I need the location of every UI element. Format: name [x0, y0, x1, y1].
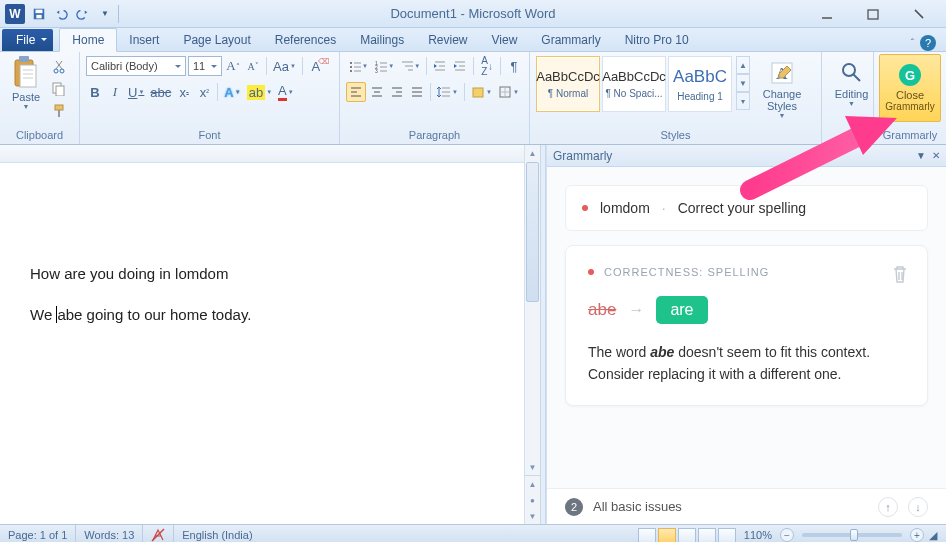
tab-references[interactable]: References [263, 29, 348, 51]
pane-close-icon[interactable]: ✕ [932, 150, 940, 161]
tab-grammarly[interactable]: Grammarly [529, 29, 612, 51]
style-heading-1[interactable]: AaBbC Heading 1 [668, 56, 732, 112]
line-spacing-icon[interactable]: ▼ [435, 82, 460, 102]
status-page[interactable]: Page: 1 of 1 [0, 525, 76, 542]
help-icon[interactable]: ? [920, 35, 936, 51]
view-web-layout-icon[interactable] [678, 528, 696, 543]
scrollbar-thumb[interactable] [526, 162, 539, 302]
pane-dropdown-icon[interactable]: ▼ [916, 150, 926, 161]
status-proofing[interactable] [143, 525, 174, 542]
scroll-down-icon[interactable]: ↓ [908, 497, 928, 517]
align-center-icon[interactable] [368, 82, 386, 102]
scrollbar-track[interactable] [525, 303, 540, 459]
decrease-indent-icon[interactable] [431, 56, 449, 76]
issue-card-mini[interactable]: lomdom · Correct your spelling [565, 185, 928, 231]
justify-icon[interactable] [408, 82, 426, 102]
dismiss-issue-icon[interactable] [891, 264, 909, 287]
undo-icon[interactable] [50, 3, 72, 25]
document-paragraph[interactable]: How are you doing in lomdom [30, 263, 494, 286]
document-body[interactable]: How are you doing in lomdom We abe going… [0, 163, 524, 326]
shrink-font-icon[interactable]: A˅ [244, 56, 262, 76]
qat-customize-icon[interactable]: ▼ [94, 3, 116, 25]
editing-button[interactable]: Editing ▼ [835, 56, 869, 107]
style-normal[interactable]: AaBbCcDc ¶ Normal [536, 56, 600, 112]
horizontal-ruler[interactable] [0, 145, 524, 163]
style-no-spacing[interactable]: AaBbCcDc ¶ No Spaci... [602, 56, 666, 112]
tab-insert[interactable]: Insert [117, 29, 171, 51]
subscript-icon[interactable]: x₂ [175, 82, 193, 102]
zoom-slider-knob[interactable] [850, 529, 858, 541]
cut-icon[interactable] [50, 58, 68, 76]
view-outline-icon[interactable] [698, 528, 716, 543]
strikethrough-icon[interactable]: abc [148, 82, 173, 102]
zoom-slider[interactable] [802, 533, 902, 537]
font-color-icon[interactable]: A▼ [276, 82, 296, 102]
vertical-scrollbar[interactable]: ▲ ▼ ▲ ● ▼ [524, 145, 540, 524]
show-marks-icon[interactable]: ¶ [505, 56, 523, 76]
clear-formatting-icon[interactable]: A⌫ [307, 56, 325, 76]
svg-rect-1 [36, 9, 43, 13]
document-paragraph[interactable]: We abe going to our home today. [30, 304, 494, 327]
gallery-up-icon[interactable]: ▲ [736, 56, 750, 74]
tab-view[interactable]: View [480, 29, 530, 51]
prev-page-icon[interactable]: ▲ [525, 476, 540, 492]
gallery-more-icon[interactable]: ▾ [736, 92, 750, 110]
word-app-icon[interactable]: W [5, 4, 25, 24]
bold-icon[interactable]: B [86, 82, 104, 102]
next-page-icon[interactable]: ▼ [525, 508, 540, 524]
tab-review[interactable]: Review [416, 29, 479, 51]
multilevel-list-icon[interactable]: ▼ [398, 56, 422, 76]
redo-icon[interactable] [72, 3, 94, 25]
change-styles-button[interactable]: A Change Styles ▼ [758, 56, 806, 119]
browse-object-icon[interactable]: ● [525, 492, 540, 508]
format-painter-icon[interactable] [50, 102, 68, 120]
chevron-down-icon: ▼ [779, 112, 786, 119]
view-print-layout-icon[interactable] [638, 528, 656, 543]
tab-page-layout[interactable]: Page Layout [171, 29, 262, 51]
text-effects-icon[interactable]: A▼ [222, 82, 242, 102]
tab-file[interactable]: File [2, 29, 53, 51]
status-language[interactable]: English (India) [174, 525, 260, 542]
scroll-up-icon[interactable]: ↑ [878, 497, 898, 517]
maximize-button[interactable] [860, 4, 886, 24]
tab-home[interactable]: Home [59, 28, 117, 52]
status-words[interactable]: Words: 13 [76, 525, 143, 542]
close-grammarly-button[interactable]: G Close Grammarly [879, 54, 941, 122]
align-right-icon[interactable] [388, 82, 406, 102]
close-button[interactable] [906, 4, 932, 24]
align-left-icon[interactable] [346, 82, 366, 102]
save-icon[interactable] [28, 3, 50, 25]
tab-mailings[interactable]: Mailings [348, 29, 416, 51]
zoom-out-icon[interactable]: − [780, 528, 794, 542]
sort-icon[interactable]: AZ↓ [478, 56, 496, 76]
copy-icon[interactable] [50, 80, 68, 98]
tab-nitro-pro[interactable]: Nitro Pro 10 [613, 29, 701, 51]
minimize-ribbon-icon[interactable]: ˆ [911, 38, 914, 49]
change-case-icon[interactable]: Aa▼ [271, 56, 298, 76]
increase-indent-icon[interactable] [451, 56, 469, 76]
scroll-down-icon[interactable]: ▼ [525, 459, 540, 475]
zoom-level[interactable]: 110% [744, 529, 772, 541]
document-area[interactable]: How are you doing in lomdom We abe going… [0, 145, 524, 524]
grow-font-icon[interactable]: A˄ [224, 56, 242, 76]
highlight-icon[interactable]: ab▼ [245, 82, 274, 102]
borders-icon[interactable]: ▼ [496, 82, 521, 102]
numbering-icon[interactable]: 123▼ [372, 56, 396, 76]
view-full-screen-icon[interactable] [658, 528, 676, 543]
font-size-combo[interactable]: 11 [188, 56, 222, 76]
shading-icon[interactable]: ▼ [469, 82, 494, 102]
font-name-combo[interactable]: Calibri (Body) [86, 56, 186, 76]
issue-card-expanded: CORRECTNESS: SPELLING abe → are The word… [565, 245, 928, 406]
gallery-down-icon[interactable]: ▼ [736, 74, 750, 92]
scroll-up-icon[interactable]: ▲ [525, 145, 540, 161]
resize-grip-icon[interactable]: ◢ [926, 529, 940, 542]
zoom-in-icon[interactable]: + [910, 528, 924, 542]
superscript-icon[interactable]: x² [195, 82, 213, 102]
minimize-button[interactable] [814, 4, 840, 24]
underline-icon[interactable]: U▼ [126, 82, 146, 102]
suggestion-button[interactable]: are [656, 296, 707, 324]
paste-button[interactable]: Paste ▼ [6, 56, 46, 110]
view-draft-icon[interactable] [718, 528, 736, 543]
italic-icon[interactable]: I [106, 82, 124, 102]
bullets-icon[interactable]: ▼ [346, 56, 370, 76]
